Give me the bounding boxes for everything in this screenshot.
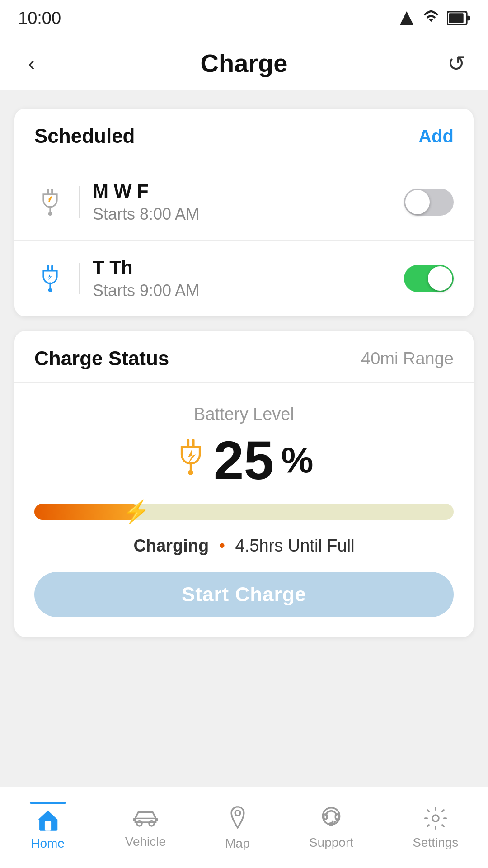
schedule-row-2: T Th Starts 9:00 AM (14, 241, 474, 316)
status-bar: 10:00 (0, 0, 488, 36)
svg-rect-4 (47, 189, 49, 194)
svg-marker-19 (188, 449, 196, 463)
nav-item-settings[interactable]: Settings (404, 806, 467, 850)
charge-status-title: Charge Status (34, 347, 169, 370)
add-schedule-button[interactable]: Add (418, 126, 454, 146)
charging-label: Charging (133, 536, 209, 555)
svg-rect-2 (467, 16, 470, 21)
wifi-icon (422, 10, 440, 26)
schedule-time-2: Starts 9:00 AM (93, 281, 391, 300)
schedule-divider-1 (79, 186, 80, 218)
svg-rect-3 (449, 13, 464, 23)
svg-point-18 (188, 470, 193, 475)
nav-label-map: Map (225, 836, 249, 851)
svg-point-22 (149, 821, 154, 826)
header: ‹ Charge ↺ (0, 36, 488, 90)
svg-rect-23 (133, 818, 136, 821)
nav-item-home[interactable]: Home (21, 804, 75, 851)
scheduled-card: Scheduled Add M W F Starts 8:00 AM (14, 108, 474, 316)
battery-percent-symbol: % (281, 439, 313, 481)
until-full-text: 4.5hrs Until Full (235, 536, 355, 555)
svg-rect-16 (192, 439, 195, 447)
plug-icon-1 (34, 186, 66, 218)
charge-body: Battery Level 25 % (14, 383, 474, 637)
charging-status-text: Charging • 4.5hrs Until Full (133, 536, 354, 556)
nav-active-bar-home (30, 802, 66, 804)
schedule-info-2: T Th Starts 9:00 AM (93, 257, 391, 300)
settings-icon (423, 806, 448, 831)
schedule-days-1: M W F (93, 180, 391, 202)
plug-icon-2 (34, 263, 66, 294)
toggle-knob-1 (405, 190, 430, 214)
svg-rect-28 (335, 814, 338, 819)
bottom-nav: Home Vehicle Map Support (0, 787, 488, 868)
svg-point-13 (48, 288, 52, 292)
toggle-knob-2 (428, 266, 452, 291)
nav-item-map[interactable]: Map (216, 805, 258, 851)
back-button[interactable]: ‹ (18, 51, 45, 75)
svg-marker-0 (400, 11, 413, 25)
page-title: Charge (201, 48, 288, 78)
signal-icon (399, 10, 415, 26)
svg-rect-11 (51, 265, 53, 271)
svg-point-7 (48, 212, 52, 216)
nav-label-home: Home (31, 836, 65, 851)
schedule-toggle-1[interactable] (404, 189, 454, 216)
progress-lightning-icon: ⚡ (123, 499, 150, 524)
home-icon (35, 808, 61, 832)
nav-item-vehicle[interactable]: Vehicle (116, 807, 175, 849)
charge-status-header: Charge Status 40mi Range (14, 331, 474, 383)
schedule-divider-2 (79, 263, 80, 294)
battery-plug-icon (175, 439, 206, 482)
schedule-time-1: Starts 8:00 AM (93, 205, 391, 224)
svg-point-21 (137, 821, 142, 826)
status-time: 10:00 (18, 9, 61, 28)
svg-rect-27 (324, 814, 327, 819)
svg-line-9 (49, 197, 51, 201)
svg-rect-5 (51, 189, 53, 194)
battery-progress-bar: ⚡ (34, 504, 454, 520)
main-content: Scheduled Add M W F Starts 8:00 AM (0, 90, 488, 655)
scheduled-title: Scheduled (34, 125, 135, 147)
schedule-info-1: M W F Starts 8:00 AM (93, 180, 391, 224)
scheduled-header: Scheduled Add (14, 108, 474, 164)
start-charge-button[interactable]: Start Charge (34, 572, 454, 617)
vehicle-icon (130, 807, 161, 830)
charge-status-card: Charge Status 40mi Range Battery Level 2… (14, 331, 474, 637)
schedule-toggle-2[interactable] (404, 265, 454, 292)
svg-point-25 (235, 810, 240, 816)
svg-rect-10 (47, 265, 49, 271)
battery-percent-row: 25 % (175, 433, 314, 487)
battery-label: Battery Level (194, 405, 294, 424)
refresh-button[interactable]: ↺ (443, 51, 470, 76)
nav-item-support[interactable]: Support (300, 806, 362, 850)
nav-label-vehicle: Vehicle (125, 835, 166, 849)
support-icon (317, 806, 345, 831)
status-icons (399, 10, 470, 26)
schedule-row-1: M W F Starts 8:00 AM (14, 164, 474, 241)
svg-marker-14 (48, 274, 52, 280)
nav-label-settings: Settings (413, 835, 458, 850)
schedule-days-2: T Th (93, 257, 391, 278)
svg-rect-15 (187, 439, 189, 447)
battery-icon (447, 10, 470, 26)
svg-rect-24 (155, 818, 158, 821)
charging-dot: • (219, 536, 225, 555)
nav-label-support: Support (309, 835, 353, 850)
charge-range: 40mi Range (361, 349, 454, 368)
svg-point-30 (432, 815, 439, 821)
battery-progress-fill: ⚡ (34, 504, 139, 520)
map-icon (226, 805, 249, 832)
svg-rect-20 (45, 821, 51, 830)
battery-percent-value: 25 (214, 433, 274, 487)
